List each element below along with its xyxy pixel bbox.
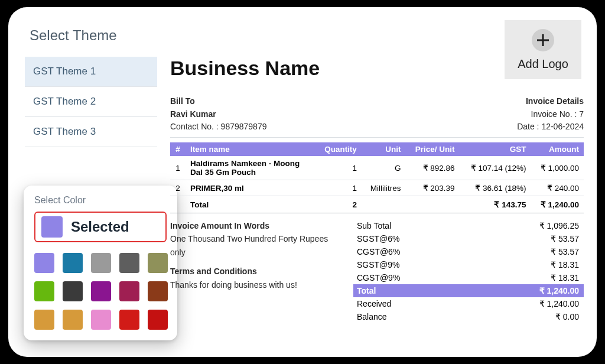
invoice-number: Invoice No. : 7	[517, 108, 584, 121]
summary-value: ₹ 1,096.25	[539, 221, 579, 230]
add-logo-button[interactable]: Add Logo	[505, 20, 581, 79]
items-table: # Item name Quantity Unit Price/ Unit GS…	[170, 142, 584, 213]
color-swatch[interactable]	[119, 310, 139, 330]
invoice-header: Bill To Ravi Kumar Contact No. : 9879879…	[170, 95, 584, 138]
items-total-gst: ₹ 143.75	[460, 196, 531, 213]
color-swatch[interactable]	[91, 281, 111, 301]
color-swatch[interactable]	[119, 281, 139, 301]
words-block: Invoice Amount In Words One Thousand Two…	[170, 219, 341, 323]
summary-value: ₹ 53.57	[551, 234, 579, 243]
terms-label: Terms and Conditions	[170, 265, 341, 278]
terms-value: Thanks for doing business with us!	[170, 278, 341, 291]
sidebar: Select Theme GST Theme 1GST Theme 2GST T…	[25, 20, 157, 344]
cell-price: ₹ 892.86	[405, 156, 459, 180]
cell-price: ₹ 203.39	[405, 180, 459, 196]
app-window: Select Theme GST Theme 1GST Theme 2GST T…	[8, 7, 597, 357]
cell-unit: Millilitres	[362, 180, 406, 196]
summary-label: Received	[357, 299, 391, 308]
theme-list: GST Theme 1GST Theme 2GST Theme 3	[25, 57, 157, 147]
theme-item[interactable]: GST Theme 3	[25, 117, 157, 147]
summary-label: Sub Total	[357, 221, 391, 230]
contact-line: Contact No. : 9879879879	[170, 121, 266, 134]
color-swatch[interactable]	[34, 310, 54, 330]
summary-label: Total	[357, 286, 376, 295]
invoice-date: Date : 12-06-2024	[517, 121, 584, 134]
amount-in-words-value: One Thousand Two Hundred Forty Rupees on…	[170, 232, 341, 259]
table-row: 2PRIMER,30 ml1Millilitres₹ 203.39₹ 36.61…	[170, 180, 584, 196]
cell-idx: 2	[170, 180, 186, 196]
summary-block: Sub Total₹ 1,096.25SGST@6%₹ 53.57CGST@6%…	[353, 219, 584, 323]
summary-value: ₹ 1,240.00	[539, 286, 579, 295]
summary-label: SGST@9%	[357, 260, 400, 269]
cell-amount: ₹ 1,000.00	[531, 156, 584, 180]
items-total-row: Total 2 ₹ 143.75 ₹ 1,240.00	[170, 196, 584, 213]
select-theme-title: Select Theme	[30, 27, 157, 44]
summary-label: CGST@6%	[357, 247, 400, 256]
summary-value: ₹ 18.31	[551, 273, 579, 282]
invoice-details-block: Invoice Details Invoice No. : 7 Date : 1…	[517, 95, 584, 134]
summary-value: ₹ 0.00	[555, 312, 579, 321]
summary-label: SGST@6%	[357, 234, 400, 243]
items-total-qty: 2	[315, 196, 362, 213]
color-swatch[interactable]	[91, 253, 111, 273]
col-price: Price/ Unit	[405, 142, 459, 156]
color-swatch[interactable]	[91, 310, 111, 330]
col-gst: GST	[460, 142, 531, 156]
col-qty: Quantity	[315, 142, 362, 156]
add-logo-label: Add Logo	[518, 57, 568, 71]
cell-gst: ₹ 36.61 (18%)	[460, 180, 531, 196]
cell-gst: ₹ 107.14 (12%)	[460, 156, 531, 180]
color-swatch[interactable]	[34, 253, 54, 273]
items-total-amount: ₹ 1,240.00	[531, 196, 584, 213]
summary-value: ₹ 18.31	[551, 260, 579, 269]
col-item-name: Item name	[186, 142, 315, 156]
cell-unit: G	[362, 156, 406, 180]
invoice-footer: Invoice Amount In Words One Thousand Two…	[170, 219, 584, 323]
plus-icon	[532, 29, 554, 51]
col-amount: Amount	[531, 142, 584, 156]
summary-value: ₹ 53.57	[551, 247, 579, 256]
theme-item[interactable]: GST Theme 1	[25, 57, 157, 87]
summary-row: CGST@6%₹ 53.57	[353, 245, 584, 258]
cell-name: PRIMER,30 ml	[186, 180, 315, 196]
bill-to-label: Bill To	[170, 95, 266, 108]
summary-value: ₹ 1,240.00	[539, 299, 579, 308]
theme-item[interactable]: GST Theme 2	[25, 87, 157, 117]
color-swatch[interactable]	[63, 310, 83, 330]
items-total-label: Total	[186, 196, 315, 213]
summary-label: Balance	[357, 312, 387, 321]
amount-in-words-label: Invoice Amount In Words	[170, 219, 341, 232]
cell-name: Haldirams Namkeen - Moong Dal 35 Gm Pouc…	[186, 156, 315, 180]
invoice-preview: Add Logo Business Name Bill To Ravi Kuma…	[157, 20, 584, 344]
cell-idx: 1	[170, 156, 186, 180]
color-swatch[interactable]	[119, 253, 139, 273]
selected-color-row[interactable]: Selected	[34, 212, 167, 242]
select-color-title: Select Color	[34, 195, 167, 206]
summary-row: Received₹ 1,240.00	[353, 297, 584, 310]
items-header-row: # Item name Quantity Unit Price/ Unit GS…	[170, 142, 584, 156]
color-swatch[interactable]	[63, 253, 83, 273]
col-unit: Unit	[362, 142, 406, 156]
summary-label: CGST@9%	[357, 273, 400, 282]
summary-row: Balance₹ 0.00	[353, 310, 584, 323]
cell-amount: ₹ 240.00	[531, 180, 584, 196]
summary-row: SGST@6%₹ 53.57	[353, 232, 584, 245]
customer-name: Ravi Kumar	[170, 108, 266, 121]
invoice-details-label: Invoice Details	[517, 95, 584, 108]
summary-total-row: Total₹ 1,240.00	[353, 284, 584, 297]
swatch-grid	[34, 253, 167, 330]
selected-color-label: Selected	[71, 219, 129, 235]
bill-to-block: Bill To Ravi Kumar Contact No. : 9879879…	[170, 95, 266, 134]
summary-row: CGST@9%₹ 18.31	[353, 271, 584, 284]
color-swatch[interactable]	[34, 281, 54, 301]
cell-qty: 1	[315, 156, 362, 180]
color-swatch[interactable]	[63, 281, 83, 301]
col-idx: #	[170, 142, 186, 156]
table-row: 1Haldirams Namkeen - Moong Dal 35 Gm Pou…	[170, 156, 584, 180]
summary-row: Sub Total₹ 1,096.25	[353, 219, 584, 232]
summary-row: SGST@9%₹ 18.31	[353, 258, 584, 271]
selected-color-swatch	[41, 216, 63, 238]
cell-qty: 1	[315, 180, 362, 196]
color-picker-card: Select Color Selected	[24, 186, 177, 340]
